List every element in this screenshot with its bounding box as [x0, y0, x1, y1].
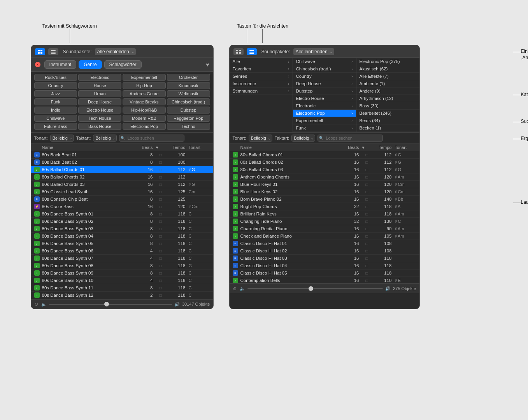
- cat-item[interactable]: Arhythmisch (12): [356, 95, 419, 102]
- row-fav[interactable]: □: [156, 249, 165, 253]
- genre-tag-house[interactable]: House: [78, 82, 121, 89]
- tonart-dropdown-left[interactable]: Beliebig: [50, 135, 74, 142]
- cat-item[interactable]: Funk›: [293, 124, 356, 132]
- table-row[interactable]: ♪ Bright Pop Chords 32 □ 118 ♯ A: [230, 203, 419, 210]
- volume-slider-left[interactable]: [49, 304, 172, 305]
- table-row[interactable]: ♪ Charming Recital Piano 16 □ 90 ♯ Am: [230, 225, 419, 233]
- table-row[interactable]: ♪ 80s Ballad Chords 02 16 □ 112 ♯ G: [230, 159, 419, 166]
- row-fav[interactable]: □: [156, 168, 165, 172]
- table-row[interactable]: ♪ 80s Dance Bass Synth 03 8 □ 118 C: [31, 225, 213, 233]
- cat-item[interactable]: Deep House›: [293, 80, 356, 88]
- row-fav[interactable]: □: [156, 286, 165, 290]
- row-fav[interactable]: □: [362, 182, 372, 187]
- genre-tag-indie[interactable]: Indie: [34, 107, 77, 114]
- row-fav[interactable]: □: [362, 249, 372, 253]
- cat-item[interactable]: Akustisch (62): [356, 65, 419, 73]
- genre-tag-hip-hop/r&b[interactable]: Hip-Hop/R&B: [123, 107, 166, 114]
- genre-tag-kinomusik[interactable]: Kinomusik: [167, 82, 210, 89]
- table-row[interactable]: ♪ 80s Dance Bass Synth 10 4 □ 118 C: [31, 277, 213, 284]
- table-row[interactable]: ≡ 80s Console Chip Beat 8 □ 125: [31, 196, 213, 203]
- row-fav[interactable]: □: [362, 264, 372, 268]
- row-fav[interactable]: □: [156, 160, 165, 164]
- table-row[interactable]: ≡ Classic Disco Hi Hat 01 16 □ 108: [230, 240, 419, 247]
- row-fav[interactable]: □: [362, 219, 372, 224]
- cat-item[interactable]: Electronic Pop (375): [356, 58, 419, 65]
- soundpakete-dropdown-right[interactable]: Alle einblenden: [293, 48, 334, 55]
- row-fav[interactable]: □: [156, 219, 165, 224]
- row-fav[interactable]: □: [156, 153, 165, 157]
- table-row[interactable]: ♪ Contemplation Bells 16 □ 110 ♯ E: [230, 277, 419, 284]
- genre-tag-dubstep[interactable]: Dubstep: [167, 107, 210, 114]
- genre-tag-electronic-pop[interactable]: Electronic Pop: [123, 123, 166, 130]
- tonart-select-right[interactable]: Beliebig: [249, 135, 272, 142]
- genre-tag-electronic[interactable]: Electronic: [78, 74, 121, 81]
- genre-tag-experimentell[interactable]: Experimentell: [123, 74, 166, 81]
- row-fav[interactable]: □: [362, 234, 372, 238]
- cat-item[interactable]: Andere (9): [356, 88, 419, 95]
- genre-tag-country[interactable]: Country: [34, 82, 77, 89]
- row-fav[interactable]: □: [156, 227, 165, 231]
- table-row[interactable]: ≡ 80s Back Beat 02 8 □ 100: [31, 159, 213, 166]
- genre-tag-anderes-genre[interactable]: Anderes Genre: [123, 90, 166, 97]
- cat-item[interactable]: Bass (30): [356, 102, 419, 110]
- emoji-icon-right[interactable]: ☺: [233, 286, 237, 291]
- soundpakete-select-right[interactable]: Alle einblenden: [293, 48, 334, 55]
- row-fav[interactable]: □: [362, 153, 372, 157]
- table-row[interactable]: ♪ 80s Ballad Chords 03 16 □ 112 ♯ G: [230, 166, 419, 173]
- taktart-select-right[interactable]: Beliebig: [291, 135, 315, 142]
- genre-tag-orchester[interactable]: Orchester: [167, 74, 210, 81]
- genre-tag-future-bass[interactable]: Future Bass: [34, 123, 77, 130]
- genre-tag-rock/blues[interactable]: Rock/Blues: [34, 74, 77, 81]
- table-row[interactable]: ♪ 80s Ballad Chords 01 16 □ 112 ♯ G: [31, 166, 213, 173]
- row-fav[interactable]: □: [362, 271, 372, 275]
- row-fav[interactable]: □: [156, 197, 165, 201]
- search-input-right[interactable]: [318, 135, 383, 142]
- table-row[interactable]: ♪ 80s Dance Bass Synth 11 8 □ 118 C: [31, 284, 213, 292]
- row-fav[interactable]: □: [362, 197, 372, 201]
- row-fav[interactable]: □: [362, 212, 372, 216]
- soundpakete-dropdown-left[interactable]: Alle einblenden: [95, 48, 136, 55]
- tab-schlagwoerter-left[interactable]: Schlagwörter: [104, 60, 142, 69]
- grid-view-btn-right[interactable]: [233, 48, 244, 55]
- cat-item[interactable]: Electro House›: [293, 95, 356, 102]
- cat-item[interactable]: Bearbeitet (246): [356, 110, 419, 117]
- genre-tag-chinesisch-(trad.)[interactable]: Chinesisch (trad.): [167, 98, 210, 105]
- table-row[interactable]: ♪ 80s Dance Bass Synth 09 8 □ 118 C: [31, 270, 213, 277]
- soundpakete-select-left[interactable]: Alle einblenden: [95, 48, 136, 55]
- table-row[interactable]: ♪ 80s Dance Bass Synth 08 8 □ 118 G: [31, 262, 213, 270]
- genre-tag-reggaeton-pop[interactable]: Reggaeton Pop: [167, 115, 210, 122]
- genre-tag-hip-hop[interactable]: Hip-Hop: [123, 82, 166, 89]
- row-fav[interactable]: □: [362, 278, 372, 283]
- cat-item[interactable]: Becken (1): [356, 124, 419, 132]
- cat-item[interactable]: Alle Effekte (7): [356, 73, 419, 80]
- table-row[interactable]: ♪ 80s Dance Bass Synth 06 4 □ 118 C: [31, 247, 213, 255]
- row-fav[interactable]: □: [362, 168, 372, 172]
- cat-item[interactable]: Favoriten›: [230, 65, 293, 73]
- cat-item[interactable]: Experimentell›: [293, 117, 356, 124]
- row-fav[interactable]: □: [156, 212, 165, 216]
- table-row[interactable]: ♪ 80s Dance Bass Synth 05 8 □ 118 C: [31, 240, 213, 247]
- genre-tag-tech-house[interactable]: Tech House: [78, 115, 121, 122]
- row-fav[interactable]: □: [156, 175, 165, 179]
- close-button-left[interactable]: ✕: [35, 62, 40, 67]
- row-fav[interactable]: □: [362, 205, 372, 209]
- genre-tag-urban[interactable]: Urban: [78, 90, 121, 97]
- tab-instrument-left[interactable]: Instrument: [44, 60, 77, 69]
- table-row[interactable]: ≡ Classic Disco Hi Hat 05 16 □ 118: [230, 270, 419, 277]
- taktart-select-left[interactable]: Beliebig: [93, 135, 117, 142]
- row-fav[interactable]: □: [362, 256, 372, 261]
- table-row[interactable]: ⚡ 80s Craze Bass 16 □ 120 ♯ Cm: [31, 203, 213, 210]
- table-row[interactable]: ♪ 80s Ballad Chords 03 16 □ 112 ♯ G: [31, 181, 213, 188]
- row-fav[interactable]: □: [156, 293, 165, 298]
- tonart-select-left[interactable]: Beliebig: [50, 135, 74, 142]
- cat-item[interactable]: Stimmungen›: [230, 88, 293, 95]
- table-row[interactable]: ♪ Born Brave Piano 02 16 □ 140 ♯ Bb: [230, 196, 419, 203]
- table-row[interactable]: ♪ 80s Classic Lead Synth 16 □ 125 Cm: [31, 188, 213, 196]
- row-fav[interactable]: □: [156, 264, 165, 268]
- cat-item[interactable]: Dubstep›: [293, 88, 356, 95]
- list-view-btn-right[interactable]: [247, 48, 257, 55]
- row-fav[interactable]: □: [156, 234, 165, 238]
- cat-item[interactable]: Instrumente›: [230, 80, 293, 88]
- row-fav[interactable]: □: [156, 190, 165, 194]
- table-row[interactable]: ♪ Changing Tide Piano 32 □ 130 ♯ C: [230, 218, 419, 225]
